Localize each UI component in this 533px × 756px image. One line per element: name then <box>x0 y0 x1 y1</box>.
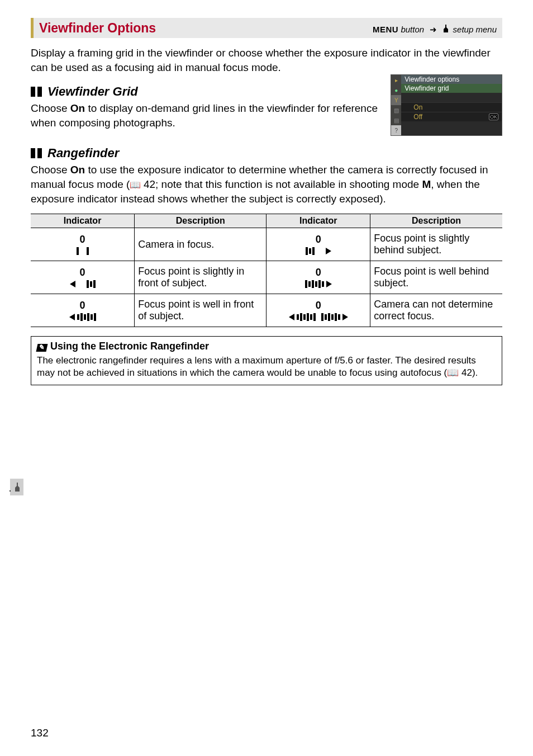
indicator-cell: 0 <box>266 228 370 261</box>
camera-menu-tabs: ▸ ● Y ▧ ▤ ? <box>391 75 401 135</box>
tab-playback-icon: ▸ <box>391 75 401 85</box>
subsection-heading: Rangefinder <box>47 146 119 160</box>
indicator-table: Indicator Description Indicator Descript… <box>31 214 502 327</box>
note-body: ). <box>472 367 478 378</box>
ok-badge: OK <box>489 114 498 120</box>
th-indicator: Indicator <box>31 214 135 228</box>
menu-button-word: button <box>401 25 424 34</box>
scale-icon <box>69 313 96 321</box>
zero-icon: 0 <box>316 267 321 278</box>
camera-menu-header: Viewfinder options <box>401 75 502 84</box>
pencil-icon: ✎ <box>36 344 48 352</box>
camera-menu-item-off: Off OK <box>401 112 502 121</box>
label: On <box>413 103 422 111</box>
section-title: Viewfinder Options <box>34 18 373 38</box>
subsection-rangefinder: Rangefinder <box>31 146 502 160</box>
menu-path: MENU button ➜ setup menu <box>373 20 502 40</box>
desc-cell: Focus point is well behind subject. <box>370 261 502 294</box>
indicator-cell: 0 <box>266 294 370 327</box>
indicator-cell: 0 <box>31 294 135 327</box>
tab-retouch-icon: ▧ <box>391 105 401 115</box>
wrench-icon <box>14 483 21 492</box>
text: Choose <box>31 164 70 176</box>
page-number: 132 <box>31 727 49 739</box>
th-description: Description <box>370 214 502 228</box>
zero-icon: 0 <box>80 234 85 245</box>
th-description: Description <box>135 214 266 228</box>
text: ; note that this function is not availab… <box>155 178 422 190</box>
menu-suffix: setup menu <box>453 25 497 34</box>
page-ref-icon: 📖 <box>447 367 461 378</box>
vf-grid-body: Choose On to display on-demand grid line… <box>31 101 380 130</box>
indicator-cell: 0 <box>31 261 135 294</box>
rangefinder-body: Choose On to use the exposure indicator … <box>31 163 502 206</box>
indicator-cell: 0 <box>31 228 135 261</box>
page-ref-icon: 📖 <box>130 180 143 190</box>
scale-icon <box>70 280 96 288</box>
zero-icon: 0 <box>316 300 321 311</box>
text-bold: On <box>70 102 85 114</box>
wrench-icon <box>442 25 451 34</box>
text: Choose <box>31 102 70 114</box>
page-ref-num: 42 <box>144 178 155 190</box>
page-ref-num: 42 <box>461 367 472 378</box>
tab-shooting-icon: ● <box>391 85 401 95</box>
text-bold: On <box>70 164 85 176</box>
scale-icon <box>289 313 348 321</box>
section-marker-icon <box>31 148 42 158</box>
arrow-right-icon: ➜ <box>430 25 437 34</box>
camera-menu-subheader: Viewfinder grid <box>401 84 502 93</box>
camera-menu-screenshot: ▸ ● Y ▧ ▤ ? Viewfinder options Viewfinde… <box>391 74 502 136</box>
section-marker-icon <box>31 87 42 97</box>
desc-cell: Focus point is slightly behind subject. <box>370 228 502 261</box>
subsection-heading: Viewfinder Grid <box>47 84 138 99</box>
note-box: ✎Using the Electronic Rangefinder The el… <box>31 336 502 385</box>
side-tab-setup <box>10 479 23 495</box>
desc-cell: Camera in focus. <box>135 228 266 261</box>
tab-mymenu-icon: ▤ <box>391 115 401 125</box>
note-body: The electronic rangefinder requires a le… <box>37 355 476 378</box>
desc-cell: Camera can not determine correct focus. <box>370 294 502 327</box>
camera-menu-item-on: On <box>401 102 502 112</box>
indicator-cell: 0 <box>266 261 370 294</box>
tab-setup-icon: Y <box>391 95 401 105</box>
note-title-text: Using the Electronic Rangefinder <box>50 341 209 352</box>
zero-icon: 0 <box>80 300 85 311</box>
desc-cell: Focus point is well in front of subject. <box>135 294 266 327</box>
intro-text: Display a framing grid in the viewfinder… <box>31 46 502 74</box>
zero-icon: 0 <box>316 234 321 245</box>
scale-icon <box>77 247 89 255</box>
desc-cell: Focus point is slightly in front of subj… <box>135 261 266 294</box>
zero-icon: 0 <box>80 267 85 278</box>
menu-prefix: MENU <box>373 25 398 34</box>
subsection-viewfinder-grid: Viewfinder Grid <box>31 84 380 99</box>
section-title-bar: Viewfinder Options MENU button ➜ setup m… <box>31 18 502 38</box>
scale-icon <box>305 280 332 288</box>
note-title: ✎Using the Electronic Rangefinder <box>37 340 496 353</box>
th-indicator: Indicator <box>266 214 370 228</box>
scale-icon <box>306 247 331 255</box>
label: Off <box>413 113 422 121</box>
tab-help-icon: ? <box>391 125 401 135</box>
text-bold: M <box>422 178 431 190</box>
